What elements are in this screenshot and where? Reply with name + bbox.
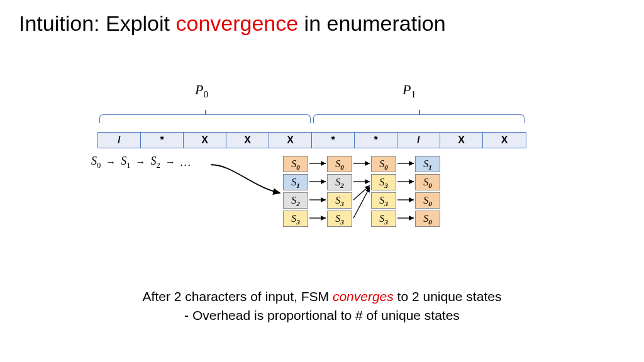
- state-s2: S2: [151, 155, 160, 170]
- input-cell: /: [98, 133, 141, 148]
- input-cell: X: [184, 133, 226, 148]
- state-cell: S3: [371, 174, 396, 190]
- state-cell: S3: [327, 192, 352, 209]
- state-cell: S2: [327, 174, 352, 190]
- p0-sub: 0: [203, 89, 208, 99]
- state-cell: S0: [415, 192, 440, 209]
- p1-sub: 1: [411, 89, 416, 99]
- input-cell: X: [440, 133, 483, 148]
- partition-label-p1: P1: [402, 82, 416, 100]
- caption-emphasis: converges: [333, 289, 394, 304]
- state-grid: S0 S0 S0 S1 S1 S2 S3 S0 S2 S3 S3 S0 S3 S…: [283, 155, 440, 228]
- input-cell: X: [269, 133, 312, 148]
- state-cell: S0: [415, 174, 440, 190]
- state-cell: S0: [371, 156, 396, 172]
- p1-letter: P: [402, 82, 411, 97]
- state-dots: …: [180, 156, 191, 169]
- state-row: S0 S0 S0 S1: [283, 155, 440, 173]
- state-cell: S0: [415, 211, 440, 227]
- state-chain: S0 → S1 → S2 → …: [91, 155, 191, 170]
- input-cell: /: [397, 133, 440, 148]
- state-cell: S1: [415, 156, 440, 172]
- input-cell: *: [312, 133, 355, 148]
- input-cell: X: [483, 133, 526, 148]
- arrow-icon: →: [136, 156, 146, 168]
- input-cell: X: [226, 133, 269, 148]
- brace-p1: [313, 114, 525, 123]
- state-row: S1 S2 S3 S0: [283, 173, 440, 191]
- title-highlight: convergence: [175, 11, 298, 35]
- p0-letter: P: [195, 82, 203, 97]
- input-row: / * X X X * * / X X: [97, 132, 526, 148]
- title-pre: Intuition: Exploit: [19, 11, 175, 35]
- arrow-icon: →: [106, 156, 116, 168]
- brace-p0: [99, 114, 311, 123]
- brace-tick-p0: [205, 110, 206, 115]
- state-row: S2 S3 S3 S0: [283, 191, 440, 209]
- caption-line2: - Overhead is proportional to # of uniqu…: [0, 306, 644, 324]
- state-s1: S1: [121, 155, 130, 170]
- slide-title: Intuition: Exploit convergence in enumer…: [19, 11, 446, 36]
- state-cell: S0: [327, 156, 352, 172]
- state-cell: S3: [283, 211, 308, 227]
- caption-line1: After 2 characters of input, FSM converg…: [0, 287, 644, 305]
- state-cell: S2: [283, 192, 308, 209]
- state-s0: S0: [91, 155, 101, 170]
- state-cell: S1: [283, 174, 308, 190]
- state-cell: S0: [283, 156, 308, 172]
- curved-arrow-icon: [208, 158, 289, 202]
- state-row: S3 S3 S3 S0: [283, 209, 440, 228]
- brace-tick-p1: [419, 110, 420, 115]
- title-post: in enumeration: [298, 11, 445, 35]
- input-cell: *: [355, 133, 397, 148]
- input-cell: *: [141, 133, 184, 148]
- partition-label-p0: P0: [195, 82, 208, 100]
- slide-caption: After 2 characters of input, FSM converg…: [0, 287, 644, 324]
- state-cell: S3: [371, 192, 396, 209]
- arrow-icon: →: [165, 156, 175, 168]
- state-cell: S3: [371, 211, 396, 227]
- state-cell: S3: [327, 211, 352, 227]
